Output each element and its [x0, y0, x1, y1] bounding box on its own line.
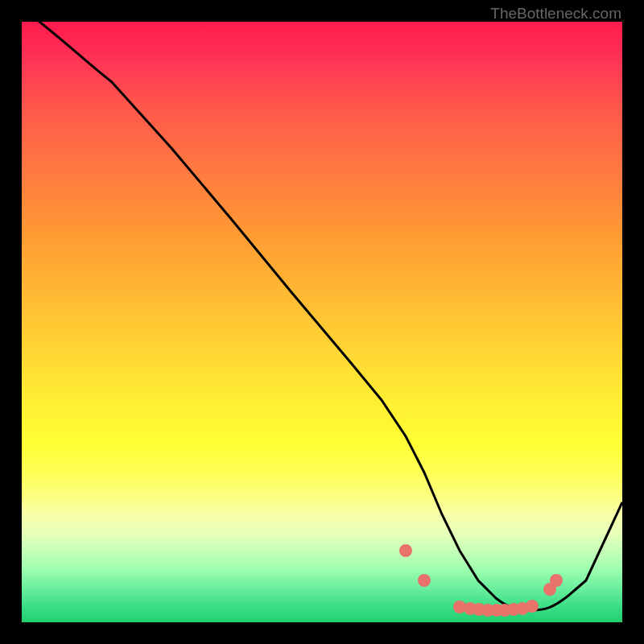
watermark-text: TheBottleneck.com — [490, 5, 621, 23]
svg-point-0 — [399, 544, 412, 557]
bottleneck-curve-line — [22, 22, 622, 610]
svg-point-1 — [418, 574, 431, 587]
svg-point-10 — [526, 600, 539, 613]
chart-svg — [22, 22, 622, 622]
svg-point-12 — [550, 574, 563, 587]
valley-markers — [399, 544, 563, 617]
